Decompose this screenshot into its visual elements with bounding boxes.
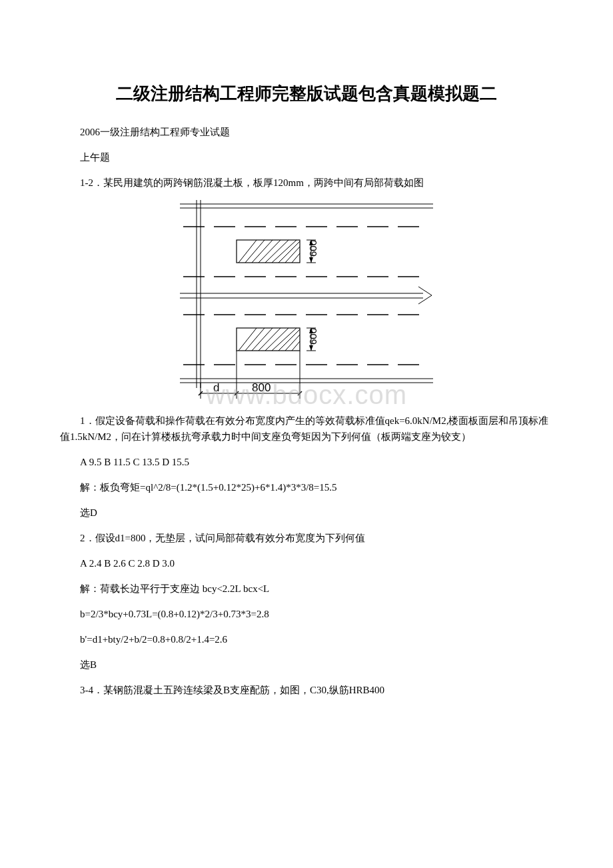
question-2-solution-2: b=2/3*bcy+0.73L=(0.8+0.12)*2/3+0.73*3=2.… [60, 606, 553, 622]
diagram-svg: 600 600 [180, 200, 433, 400]
svg-line-12 [292, 253, 300, 263]
svg-rect-3 [237, 240, 300, 263]
question-1-2-stem: 1-2．某民用建筑的两跨钢筋混凝土板，板厚120mm，两跨中间有局部荷载如图 [60, 175, 553, 191]
question-2-solution-1: 解：荷载长边平行于支座边 bcy<2.2L bcx<L [60, 581, 553, 597]
question-2-solution-3: b'=d1+bty/2+b/2=0.8+0.8/2+1.4=2.6 [60, 631, 553, 647]
question-1-text: 1．假定设备荷载和操作荷载在有效分布宽度内产生的等效荷载标准值qek=6.0kN… [60, 413, 553, 445]
question-2-options: A 2.4 B 2.6 C 2.8 D 3.0 [60, 555, 553, 571]
question-1-options: A 9.5 B 11.5 C 13.5 D 15.5 [60, 454, 553, 470]
svg-marker-17 [309, 257, 313, 263]
question-1-answer: 选D [60, 505, 553, 521]
dim-600-top: 600 [307, 240, 318, 257]
svg-line-23 [239, 328, 257, 351]
svg-marker-36 [309, 345, 313, 351]
svg-line-31 [292, 341, 300, 351]
svg-line-4 [239, 240, 257, 263]
page-title: 二级注册结构工程师完整版试题包含真题模拟题二 [60, 80, 553, 108]
dim-d: d [213, 381, 219, 394]
svg-line-28 [272, 328, 297, 351]
intro-line-2: 上午题 [60, 149, 553, 165]
question-3-4-text: 3-4．某钢筋混凝土五跨连续梁及B支座配筋，如图，C30,纵筋HRB400 [60, 682, 553, 698]
intro-line-1: 2006一级注册结构工程师专业试题 [60, 124, 553, 140]
svg-rect-22 [237, 328, 300, 351]
slab-diagram: 600 600 [60, 200, 553, 405]
question-2-text: 2．假设d1=800，无垫层，试问局部荷载有效分布宽度为下列何值 [60, 530, 553, 546]
question-2-answer: 选B [60, 657, 553, 673]
svg-line-10 [279, 241, 300, 263]
dim-800: 800 [252, 381, 271, 394]
dim-600-bot: 600 [307, 328, 318, 345]
svg-line-9 [272, 240, 297, 263]
question-1-solution: 解：板负弯矩=ql^2/8=(1.2*(1.5+0.12*25)+6*1.4)*… [60, 479, 553, 495]
svg-line-29 [279, 329, 300, 351]
